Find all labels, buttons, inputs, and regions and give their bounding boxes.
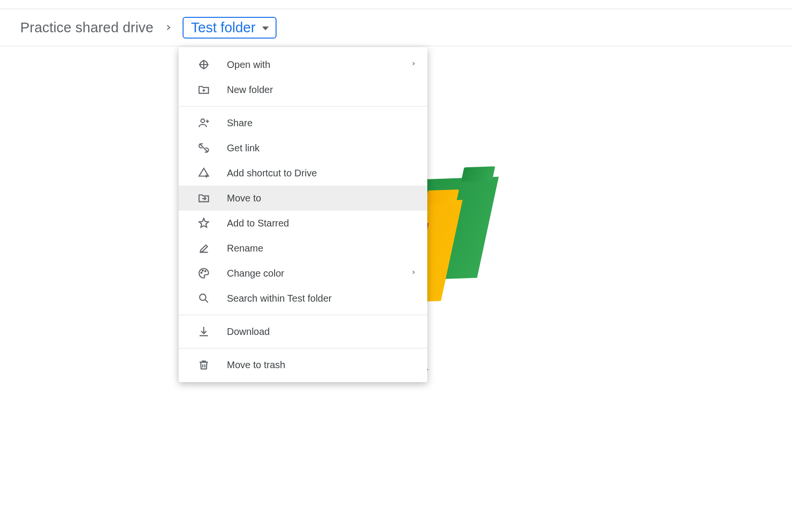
drive-shortcut-icon bbox=[197, 166, 211, 180]
breadcrumb-bar: Practice shared drive Test folder bbox=[0, 9, 792, 46]
breadcrumb-current-label: Test folder bbox=[191, 20, 256, 36]
svg-point-2 bbox=[202, 270, 203, 271]
new-folder-icon bbox=[197, 83, 211, 96]
menu-add-starred[interactable]: Add to Starred bbox=[179, 211, 427, 236]
link-off-icon bbox=[197, 141, 211, 155]
breadcrumb-current-folder-button[interactable]: Test folder bbox=[183, 17, 277, 39]
download-icon bbox=[197, 325, 211, 338]
menu-move-to[interactable]: Move to bbox=[179, 186, 427, 211]
menu-new-folder-label: New folder bbox=[227, 84, 273, 95]
chevron-right-icon bbox=[411, 268, 416, 279]
caret-down-icon bbox=[262, 27, 269, 30]
menu-get-link[interactable]: Get link bbox=[179, 135, 427, 160]
menu-move-to-trash[interactable]: Move to trash bbox=[179, 352, 427, 377]
menu-separator bbox=[179, 106, 427, 106]
breadcrumb-parent[interactable]: Practice shared drive bbox=[20, 20, 154, 36]
menu-move-to-trash-label: Move to trash bbox=[227, 359, 285, 371]
chevron-right-icon bbox=[411, 59, 416, 70]
svg-point-3 bbox=[205, 271, 206, 272]
palette-icon bbox=[197, 266, 211, 280]
menu-change-color-label: Change color bbox=[227, 268, 284, 279]
svg-point-0 bbox=[201, 119, 205, 123]
share-icon bbox=[197, 116, 211, 130]
menu-download[interactable]: Download bbox=[179, 319, 427, 344]
menu-new-folder[interactable]: New folder bbox=[179, 77, 427, 102]
menu-search-within-label: Search within Test folder bbox=[227, 293, 332, 304]
open-with-icon bbox=[197, 58, 211, 71]
rename-icon bbox=[197, 241, 211, 255]
search-icon bbox=[197, 292, 211, 305]
chevron-right-icon bbox=[164, 21, 172, 34]
folder-context-menu: Open with New folder Share Ge bbox=[179, 47, 427, 382]
menu-share[interactable]: Share bbox=[179, 110, 427, 135]
svg-point-4 bbox=[199, 294, 206, 300]
menu-add-shortcut[interactable]: Add shortcut to Drive bbox=[179, 160, 427, 186]
menu-get-link-label: Get link bbox=[227, 143, 260, 154]
menu-add-starred-label: Add to Starred bbox=[227, 218, 289, 229]
menu-rename-label: Rename bbox=[227, 243, 264, 254]
menu-change-color[interactable]: Change color bbox=[179, 261, 427, 286]
menu-add-shortcut-label: Add shortcut to Drive bbox=[227, 168, 317, 179]
menu-rename[interactable]: Rename bbox=[179, 236, 427, 261]
menu-separator bbox=[179, 315, 427, 315]
menu-download-label: Download bbox=[227, 326, 270, 337]
move-to-icon bbox=[197, 191, 211, 205]
star-icon bbox=[197, 216, 211, 230]
trash-icon bbox=[197, 358, 211, 372]
menu-search-within[interactable]: Search within Test folder bbox=[179, 286, 427, 311]
svg-point-1 bbox=[201, 272, 202, 273]
menu-share-label: Share bbox=[227, 118, 252, 129]
menu-move-to-label: Move to bbox=[227, 193, 261, 204]
menu-open-with[interactable]: Open with bbox=[179, 52, 427, 77]
menu-open-with-label: Open with bbox=[227, 59, 270, 70]
menu-separator bbox=[179, 348, 427, 348]
